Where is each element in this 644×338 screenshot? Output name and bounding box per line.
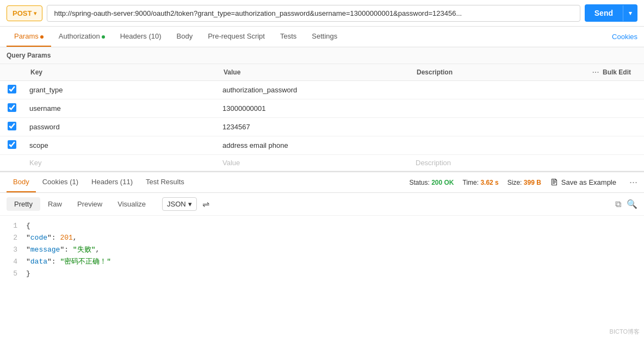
response-meta: Status: 200 OK Time: 3.62 s Size: 399 B … [409, 177, 637, 188]
format-label: JSON [167, 200, 186, 208]
params-section: Query Params Key Value Description ··· B… [0, 47, 644, 171]
table-row: grant_type authorization_password [0, 81, 644, 99]
view-tab-pretty[interactable]: Pretty [7, 197, 40, 211]
line-number: 5 [7, 268, 17, 280]
tab-params[interactable]: Params [7, 27, 51, 47]
table-row-placeholder: Key Value Description [0, 155, 644, 171]
row-key-3: scope [24, 136, 217, 155]
row-checkbox-cell [0, 81, 24, 99]
view-tab-raw[interactable]: Raw [40, 197, 70, 211]
row-checkbox-2[interactable] [8, 122, 16, 130]
col-header-value: Value [217, 64, 410, 81]
line-content: "message": "失败", [26, 244, 100, 256]
code-view: 1{2 "code": 201,3 "message": "失败",4 "dat… [0, 216, 644, 284]
send-button[interactable]: Send ▾ [585, 4, 637, 22]
table-row: scope address email phone [0, 136, 644, 155]
line-number: 4 [7, 256, 17, 268]
response-tab-headers[interactable]: Headers (11) [85, 172, 139, 192]
response-area: Body Cookies (1) Headers (11) Test Resul… [0, 171, 644, 284]
table-row: password 1234567 [0, 118, 644, 136]
view-tab-visualize[interactable]: Visualize [110, 197, 153, 211]
save-example-button[interactable]: 🖹 Save as Example [550, 178, 616, 187]
row-desc-2 [410, 118, 644, 136]
send-label: Send [585, 4, 623, 22]
format-chevron: ▾ [188, 200, 192, 208]
code-line: 4 "data": "密码不正确！" [7, 256, 637, 268]
code-line: 3 "message": "失败", [7, 244, 637, 256]
code-line: 2 "code": 201, [7, 232, 637, 244]
size-label: Size: 399 B [507, 179, 541, 186]
col-header-key: Key [24, 64, 217, 81]
table-row: username 13000000001 [0, 99, 644, 118]
tab-body[interactable]: Body [169, 27, 201, 47]
row-checkbox-1[interactable] [8, 103, 16, 112]
url-input[interactable] [47, 5, 580, 22]
line-content: } [26, 268, 30, 280]
params-table: Key Value Description ··· Bulk Edit [0, 64, 644, 171]
time-label: Time: 3.62 s [463, 179, 499, 186]
response-tabs: Body Cookies (1) Headers (11) Test Resul… [0, 172, 644, 193]
tab-headers[interactable]: Headers (10) [113, 27, 169, 47]
response-tab-cookies[interactable]: Cookies (1) [36, 172, 85, 192]
method-label: POST [13, 9, 32, 17]
row-checkbox-cell [0, 99, 24, 118]
query-params-label: Query Params [0, 47, 644, 64]
row-val-1: 13000000001 [217, 99, 410, 118]
line-number: 2 [7, 232, 17, 244]
size-value: 399 B [524, 179, 541, 186]
format-select[interactable]: JSON ▾ [162, 197, 197, 211]
line-number: 1 [7, 220, 17, 232]
save-icon: 🖹 [550, 178, 559, 187]
bulk-edit-button[interactable]: Bulk Edit [603, 68, 631, 76]
tab-tests[interactable]: Tests [273, 27, 304, 47]
line-content: "code": 201, [26, 232, 77, 244]
response-tab-body[interactable]: Body [7, 172, 36, 192]
status-value: 200 OK [431, 179, 454, 186]
auth-dot [102, 35, 105, 39]
row-checkbox-0[interactable] [8, 85, 16, 93]
line-content: "data": "密码不正确！" [26, 256, 111, 268]
time-value: 3.62 s [480, 179, 498, 186]
code-line: 5} [7, 268, 637, 280]
search-icon[interactable]: 🔍 [627, 199, 637, 209]
response-tab-test-results[interactable]: Test Results [139, 172, 191, 192]
params-dot [40, 35, 44, 39]
tab-settings[interactable]: Settings [304, 27, 345, 47]
more-options-response-icon[interactable]: ··· [629, 177, 637, 188]
row-checkbox-3[interactable] [8, 140, 16, 149]
col-header-desc: Description ··· Bulk Edit [410, 64, 644, 81]
wrap-icon[interactable]: ⇌ [202, 199, 209, 209]
copy-icon[interactable]: ⧉ [615, 199, 621, 209]
view-tabs-row: Pretty Raw Preview Visualize JSON ▾ ⇌ ⧉ … [0, 193, 644, 216]
view-tab-preview[interactable]: Preview [70, 197, 110, 211]
code-line: 1{ [7, 220, 637, 232]
row-val-0: authorization_password [217, 81, 410, 99]
send-chevron: ▾ [623, 5, 637, 21]
tab-authorization[interactable]: Authorization [51, 27, 113, 47]
row-val-3: address email phone [217, 136, 410, 155]
row-desc-3 [410, 136, 644, 155]
row-key-1: username [24, 99, 217, 118]
row-checkbox-cell [0, 136, 24, 155]
top-bar: POST ▾ Send ▾ [0, 0, 644, 27]
row-desc-1 [410, 99, 644, 118]
method-select[interactable]: POST ▾ [7, 5, 42, 21]
row-key-2: password [24, 118, 217, 136]
tab-prerequest[interactable]: Pre-request Script [200, 27, 273, 47]
more-options-icon[interactable]: ··· [592, 68, 599, 76]
row-checkbox-cell [0, 118, 24, 136]
col-header-check [0, 64, 24, 81]
row-val-2: 1234567 [217, 118, 410, 136]
line-content: { [26, 220, 30, 232]
status-label: Status: 200 OK [409, 179, 454, 186]
row-key-0: grant_type [24, 81, 217, 99]
method-chevron: ▾ [34, 10, 36, 16]
line-number: 3 [7, 244, 17, 256]
request-tabs: Params Authorization Headers (10) Body P… [0, 27, 644, 47]
save-example-label: Save as Example [561, 178, 616, 186]
cookies-link[interactable]: Cookies [612, 27, 637, 46]
row-desc-0 [410, 81, 644, 99]
